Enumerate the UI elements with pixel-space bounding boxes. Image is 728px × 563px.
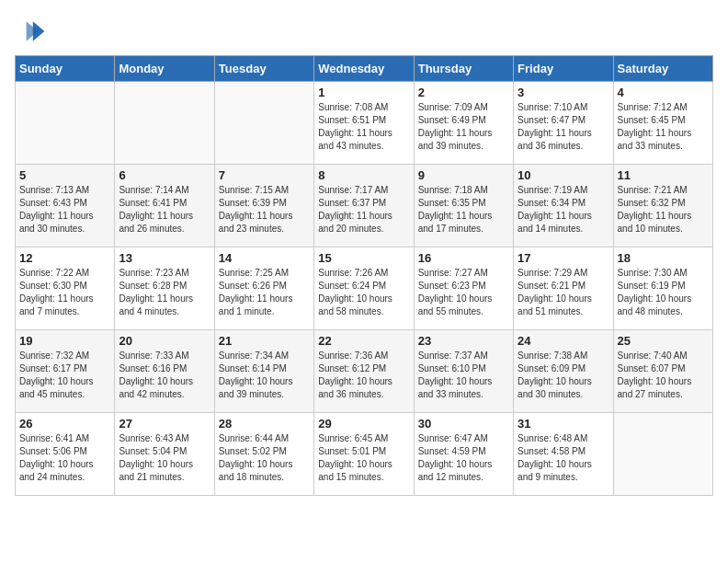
- calendar-cell: [613, 413, 712, 496]
- day-number: 5: [19, 168, 110, 182]
- logo: [15, 15, 51, 48]
- day-number: 17: [518, 251, 609, 265]
- day-number: 10: [518, 168, 609, 182]
- calendar-cell: 19Sunrise: 7:32 AM Sunset: 6:17 PM Dayli…: [16, 330, 115, 413]
- day-info: Sunrise: 7:38 AM Sunset: 6:09 PM Dayligh…: [518, 350, 609, 401]
- day-number: 1: [318, 86, 409, 99]
- day-number: 4: [618, 86, 709, 99]
- day-info: Sunrise: 7:19 AM Sunset: 6:34 PM Dayligh…: [518, 184, 609, 236]
- calendar-cell: [115, 82, 214, 165]
- day-number: 19: [19, 334, 110, 348]
- day-info: Sunrise: 7:17 AM Sunset: 6:37 PM Dayligh…: [318, 184, 409, 236]
- day-info: Sunrise: 7:14 AM Sunset: 6:41 PM Dayligh…: [119, 184, 210, 236]
- calendar-cell: 4Sunrise: 7:12 AM Sunset: 6:45 PM Daylig…: [613, 82, 712, 165]
- day-info: Sunrise: 6:41 AM Sunset: 5:06 PM Dayligh…: [19, 432, 110, 484]
- day-number: 21: [219, 334, 310, 348]
- day-of-week-header: Monday: [115, 56, 214, 82]
- calendar-cell: 7Sunrise: 7:15 AM Sunset: 6:39 PM Daylig…: [214, 165, 313, 247]
- day-number: 28: [219, 417, 310, 431]
- day-info: Sunrise: 7:08 AM Sunset: 6:51 PM Dayligh…: [318, 101, 409, 153]
- day-number: 22: [318, 334, 409, 348]
- day-info: Sunrise: 7:26 AM Sunset: 6:24 PM Dayligh…: [318, 267, 409, 318]
- calendar-cell: 2Sunrise: 7:09 AM Sunset: 6:49 PM Daylig…: [414, 82, 513, 165]
- day-number: 30: [418, 417, 509, 431]
- calendar-cell: 24Sunrise: 7:38 AM Sunset: 6:09 PM Dayli…: [514, 330, 613, 413]
- day-of-week-header: Saturday: [613, 56, 712, 82]
- day-number: 13: [119, 251, 210, 265]
- day-of-week-header: Thursday: [414, 56, 513, 82]
- day-number: 23: [418, 334, 509, 348]
- calendar-cell: 13Sunrise: 7:23 AM Sunset: 6:28 PM Dayli…: [115, 247, 214, 330]
- day-info: Sunrise: 7:29 AM Sunset: 6:21 PM Dayligh…: [518, 267, 609, 318]
- header: [15, 15, 713, 48]
- calendar-cell: 6Sunrise: 7:14 AM Sunset: 6:41 PM Daylig…: [115, 165, 214, 247]
- calendar-cell: 1Sunrise: 7:08 AM Sunset: 6:51 PM Daylig…: [314, 82, 414, 165]
- day-number: 16: [418, 251, 509, 265]
- day-info: Sunrise: 6:44 AM Sunset: 5:02 PM Dayligh…: [219, 432, 310, 484]
- calendar-cell: [16, 82, 115, 165]
- calendar-cell: 17Sunrise: 7:29 AM Sunset: 6:21 PM Dayli…: [514, 247, 613, 330]
- day-info: Sunrise: 7:18 AM Sunset: 6:35 PM Dayligh…: [418, 184, 509, 236]
- calendar-cell: 16Sunrise: 7:27 AM Sunset: 6:23 PM Dayli…: [414, 247, 513, 330]
- day-of-week-header: Friday: [514, 56, 613, 82]
- day-info: Sunrise: 7:34 AM Sunset: 6:14 PM Dayligh…: [219, 350, 310, 401]
- day-number: 25: [618, 334, 709, 348]
- calendar-cell: 30Sunrise: 6:47 AM Sunset: 4:59 PM Dayli…: [414, 413, 513, 496]
- day-info: Sunrise: 7:25 AM Sunset: 6:26 PM Dayligh…: [219, 267, 310, 318]
- day-info: Sunrise: 7:10 AM Sunset: 6:47 PM Dayligh…: [518, 101, 609, 153]
- day-number: 11: [618, 168, 709, 182]
- calendar-cell: 31Sunrise: 6:48 AM Sunset: 4:58 PM Dayli…: [514, 413, 613, 496]
- day-info: Sunrise: 6:45 AM Sunset: 5:01 PM Dayligh…: [318, 432, 409, 484]
- day-of-week-header: Tuesday: [214, 56, 313, 82]
- calendar-cell: 29Sunrise: 6:45 AM Sunset: 5:01 PM Dayli…: [314, 413, 414, 496]
- day-number: 24: [518, 334, 609, 348]
- calendar-cell: 22Sunrise: 7:36 AM Sunset: 6:12 PM Dayli…: [314, 330, 414, 413]
- day-info: Sunrise: 7:12 AM Sunset: 6:45 PM Dayligh…: [618, 101, 709, 153]
- day-number: 29: [318, 417, 409, 431]
- day-number: 15: [318, 251, 409, 265]
- day-info: Sunrise: 7:30 AM Sunset: 6:19 PM Dayligh…: [618, 267, 709, 318]
- day-info: Sunrise: 7:13 AM Sunset: 6:43 PM Dayligh…: [19, 184, 110, 236]
- calendar-cell: [214, 82, 313, 165]
- day-number: 8: [318, 168, 409, 182]
- day-number: 6: [119, 168, 210, 182]
- day-info: Sunrise: 6:47 AM Sunset: 4:59 PM Dayligh…: [418, 432, 509, 484]
- day-number: 31: [518, 417, 609, 431]
- day-info: Sunrise: 7:15 AM Sunset: 6:39 PM Dayligh…: [219, 184, 310, 236]
- calendar-cell: 28Sunrise: 6:44 AM Sunset: 5:02 PM Dayli…: [214, 413, 313, 496]
- day-info: Sunrise: 6:43 AM Sunset: 5:04 PM Dayligh…: [119, 432, 210, 484]
- day-info: Sunrise: 7:37 AM Sunset: 6:10 PM Dayligh…: [418, 350, 509, 401]
- day-number: 20: [119, 334, 210, 348]
- calendar-cell: 10Sunrise: 7:19 AM Sunset: 6:34 PM Dayli…: [514, 165, 613, 247]
- calendar-cell: 12Sunrise: 7:22 AM Sunset: 6:30 PM Dayli…: [16, 247, 115, 330]
- calendar-cell: 23Sunrise: 7:37 AM Sunset: 6:10 PM Dayli…: [414, 330, 513, 413]
- calendar-cell: 11Sunrise: 7:21 AM Sunset: 6:32 PM Dayli…: [613, 165, 712, 247]
- day-info: Sunrise: 7:32 AM Sunset: 6:17 PM Dayligh…: [19, 350, 110, 401]
- calendar-cell: 9Sunrise: 7:18 AM Sunset: 6:35 PM Daylig…: [414, 165, 513, 247]
- day-info: Sunrise: 7:40 AM Sunset: 6:07 PM Dayligh…: [618, 350, 709, 401]
- calendar-cell: 25Sunrise: 7:40 AM Sunset: 6:07 PM Dayli…: [613, 330, 712, 413]
- calendar-cell: 20Sunrise: 7:33 AM Sunset: 6:16 PM Dayli…: [115, 330, 214, 413]
- calendar-cell: 3Sunrise: 7:10 AM Sunset: 6:47 PM Daylig…: [514, 82, 613, 165]
- calendar-cell: 18Sunrise: 7:30 AM Sunset: 6:19 PM Dayli…: [613, 247, 712, 330]
- day-number: 27: [119, 417, 210, 431]
- day-number: 9: [418, 168, 509, 182]
- day-info: Sunrise: 7:27 AM Sunset: 6:23 PM Dayligh…: [418, 267, 509, 318]
- day-number: 14: [219, 251, 310, 265]
- calendar-cell: 8Sunrise: 7:17 AM Sunset: 6:37 PM Daylig…: [314, 165, 414, 247]
- day-number: 26: [19, 417, 110, 431]
- day-number: 2: [418, 86, 509, 99]
- calendar-cell: 14Sunrise: 7:25 AM Sunset: 6:26 PM Dayli…: [214, 247, 313, 330]
- day-info: Sunrise: 7:09 AM Sunset: 6:49 PM Dayligh…: [418, 101, 509, 153]
- day-of-week-header: Sunday: [16, 56, 115, 82]
- day-info: Sunrise: 7:23 AM Sunset: 6:28 PM Dayligh…: [119, 267, 210, 318]
- calendar-cell: 21Sunrise: 7:34 AM Sunset: 6:14 PM Dayli…: [214, 330, 313, 413]
- calendar-cell: 27Sunrise: 6:43 AM Sunset: 5:04 PM Dayli…: [115, 413, 214, 496]
- day-info: Sunrise: 6:48 AM Sunset: 4:58 PM Dayligh…: [518, 432, 609, 484]
- calendar-table: SundayMondayTuesdayWednesdayThursdayFrid…: [15, 55, 713, 496]
- day-number: 12: [19, 251, 110, 265]
- day-number: 3: [518, 86, 609, 99]
- calendar-cell: 5Sunrise: 7:13 AM Sunset: 6:43 PM Daylig…: [16, 165, 115, 247]
- day-info: Sunrise: 7:22 AM Sunset: 6:30 PM Dayligh…: [19, 267, 110, 318]
- day-number: 18: [618, 251, 709, 265]
